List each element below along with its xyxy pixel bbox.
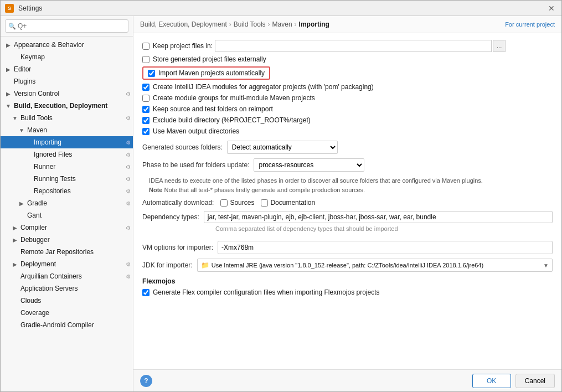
create-module-groups-checkbox[interactable] xyxy=(142,95,149,102)
sidebar-label: Compiler xyxy=(20,224,47,231)
sidebar-item-plugins[interactable]: Plugins xyxy=(1,75,133,87)
exclude-build-text: Exclude build directory (%PROJECT_ROOT%/… xyxy=(153,116,311,124)
keep-source-text: Keep source and test folders on reimport xyxy=(153,105,273,113)
store-generated-label[interactable]: Store generated project files externally xyxy=(142,55,266,63)
keep-project-row: Keep project files in: ... xyxy=(142,40,553,52)
search-icon: 🔍 xyxy=(8,23,16,30)
import-maven-checkbox[interactable] xyxy=(148,70,155,77)
sidebar-item-coverage[interactable]: Coverage xyxy=(1,307,133,319)
documentation-label: Documentation xyxy=(270,199,315,207)
vm-options-input[interactable] xyxy=(218,241,553,254)
sidebar-item-gradle[interactable]: ▶ Gradle ⚙ xyxy=(1,197,133,209)
settings-icon: ⚙ xyxy=(126,200,131,207)
help-button[interactable]: ? xyxy=(140,375,152,387)
sidebar-item-runner[interactable]: Runner ⚙ xyxy=(1,161,133,173)
sidebar-item-appearance[interactable]: ▶ Appearance & Behavior xyxy=(1,39,133,51)
sidebar-item-build-execution[interactable]: ▼ Build, Execution, Deployment xyxy=(1,100,133,112)
create-intellij-checkbox[interactable] xyxy=(142,84,149,91)
expand-icon: ▶ xyxy=(12,237,18,243)
sidebar-label: Build Tools xyxy=(20,114,53,122)
sidebar-tree: ▶ Appearance & Behavior Keymap ▶ Editor … xyxy=(1,37,133,391)
breadcrumb-part4: Importing xyxy=(299,20,329,28)
import-maven-label[interactable]: Import Maven projects automatically xyxy=(142,66,270,80)
sidebar-label: Arquillian Containers xyxy=(20,272,82,280)
store-generated-text: Store generated project files externally xyxy=(153,55,266,63)
sidebar-item-running-tests[interactable]: Running Tests ⚙ xyxy=(1,173,133,185)
app-icon: S xyxy=(5,4,14,13)
phase-dropdown[interactable]: process-resources generate-sources none xyxy=(254,158,364,172)
sidebar-item-compiler[interactable]: ▶ Compiler ⚙ xyxy=(1,221,133,234)
generate-flex-checkbox[interactable] xyxy=(142,289,149,296)
keep-project-checkbox[interactable] xyxy=(142,43,149,50)
auto-download-row: Automatically download: Sources Document… xyxy=(142,199,553,207)
close-button[interactable]: ✕ xyxy=(546,4,557,13)
breadcrumb-part2: Build Tools xyxy=(234,20,266,28)
breadcrumb-part3: Maven xyxy=(272,20,292,28)
sidebar-item-app-servers[interactable]: Application Servers xyxy=(1,282,133,295)
generate-flex-row: Generate Flex compiler configuration fil… xyxy=(142,288,553,296)
use-maven-output-text: Use Maven output directories xyxy=(153,127,239,135)
keep-project-label[interactable]: Keep project files in: xyxy=(142,42,213,50)
sidebar-label: Plugins xyxy=(14,78,35,85)
settings-icon: ⚙ xyxy=(126,115,131,121)
sidebar-item-maven[interactable]: ▼ Maven xyxy=(1,124,133,136)
keep-project-browse[interactable]: ... xyxy=(493,40,506,52)
sidebar-item-debugger[interactable]: ▶ Debugger xyxy=(1,234,133,246)
documentation-checkbox[interactable] xyxy=(261,199,268,207)
cancel-button[interactable]: Cancel xyxy=(515,374,555,388)
jdk-dropdown[interactable]: 📁 Use Internal JRE (java version "1.8.0_… xyxy=(197,259,553,272)
sidebar-item-remote-jar[interactable]: Remote Jar Repositories xyxy=(1,246,133,258)
use-maven-output-label[interactable]: Use Maven output directories xyxy=(142,127,239,135)
search-input[interactable] xyxy=(5,19,128,33)
sidebar-label: Keymap xyxy=(20,53,45,61)
sidebar-item-clouds[interactable]: Clouds xyxy=(1,295,133,307)
keep-source-checkbox[interactable] xyxy=(142,106,149,113)
sidebar-item-version-control[interactable]: ▶ Version Control ⚙ xyxy=(1,87,133,100)
sidebar-item-ignored-files[interactable]: Ignored Files ⚙ xyxy=(1,148,133,161)
sidebar-item-gant[interactable]: Gant xyxy=(1,209,133,221)
breadcrumb-sep3: › xyxy=(295,20,297,28)
keep-source-label[interactable]: Keep source and test folders on reimport xyxy=(142,105,273,113)
exclude-build-checkbox[interactable] xyxy=(142,117,149,124)
settings-icon: ⚙ xyxy=(126,176,131,182)
sidebar-item-keymap[interactable]: Keymap xyxy=(1,51,133,63)
sources-checkbox[interactable] xyxy=(220,199,228,207)
sidebar-item-arquillian[interactable]: Arquillian Containers ⚙ xyxy=(1,270,133,282)
create-module-groups-label[interactable]: Create module groups for multi-module Ma… xyxy=(142,94,315,102)
create-intellij-label[interactable]: Create IntelliJ IDEA modules for aggrega… xyxy=(142,83,374,91)
generated-sources-dropdown[interactable]: Detect automatically target/generated-so… xyxy=(227,141,338,154)
expand-icon: ▶ xyxy=(5,91,12,97)
create-intellij-text: Create IntelliJ IDEA modules for aggrega… xyxy=(153,83,374,91)
ok-button[interactable]: OK xyxy=(472,374,511,388)
sidebar-item-editor[interactable]: ▶ Editor xyxy=(1,63,133,75)
content-area: 🔍 ▶ Appearance & Behavior Keymap ▶ xyxy=(1,16,561,391)
generate-flex-label[interactable]: Generate Flex compiler configuration fil… xyxy=(142,288,380,296)
store-generated-row: Store generated project files externally xyxy=(142,55,553,63)
store-generated-checkbox[interactable] xyxy=(142,56,149,63)
settings-icon: ⚙ xyxy=(126,274,131,280)
expand-icon: ▶ xyxy=(12,261,18,267)
sidebar-item-importing[interactable]: Importing ⚙ xyxy=(1,136,133,148)
dependency-types-row: Dependency types: jar, test-jar, maven-p… xyxy=(142,211,553,236)
settings-icon: ⚙ xyxy=(126,140,131,146)
note-bold: Note xyxy=(149,187,162,193)
expand-icon: ▼ xyxy=(5,103,12,109)
sidebar-item-repositories[interactable]: Repositories ⚙ xyxy=(1,185,133,197)
sidebar-label: Build, Execution, Deployment xyxy=(14,102,107,110)
settings-window: S Settings ✕ 🔍 ▶ Appearance & Behavior xyxy=(0,0,562,392)
dependency-types-note: Comma separated list of dependency types… xyxy=(149,225,398,232)
sources-option[interactable]: Sources xyxy=(220,199,254,207)
keep-project-input[interactable] xyxy=(215,40,492,52)
sidebar-item-gradle-android[interactable]: Gradle-Android Compiler xyxy=(1,319,133,331)
exclude-build-row: Exclude build directory (%PROJECT_ROOT%/… xyxy=(142,116,553,124)
sidebar-label: Gant xyxy=(27,212,42,219)
expand-icon: ▶ xyxy=(12,225,18,231)
use-maven-output-row: Use Maven output directories xyxy=(142,127,553,135)
documentation-option[interactable]: Documentation xyxy=(261,199,315,207)
use-maven-output-checkbox[interactable] xyxy=(142,128,149,135)
dependency-types-value[interactable]: jar, test-jar, maven-plugin, ejb, ejb-cl… xyxy=(204,211,553,223)
settings-icon: ⚙ xyxy=(126,261,131,267)
sidebar-item-build-tools[interactable]: ▼ Build Tools ⚙ xyxy=(1,112,133,124)
exclude-build-label[interactable]: Exclude build directory (%PROJECT_ROOT%/… xyxy=(142,116,311,124)
sidebar-item-deployment[interactable]: ▶ Deployment ⚙ xyxy=(1,258,133,270)
